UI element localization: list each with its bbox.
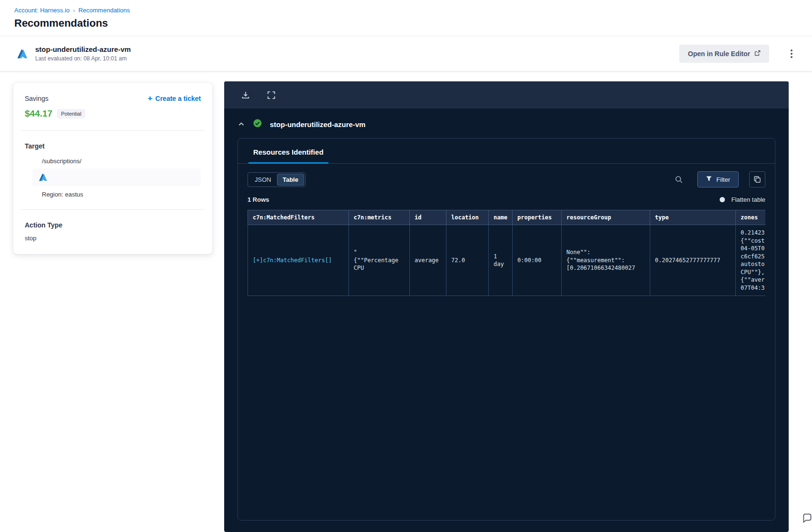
divider <box>21 209 205 210</box>
panel-toolbar <box>224 81 789 108</box>
column-header-resource-group: resourceGroup <box>562 210 650 225</box>
savings-label: Savings <box>25 95 49 102</box>
column-header-properties: properties <box>513 210 562 225</box>
column-header-metrics: c7n:metrics <box>349 210 410 225</box>
panel-recommendation-title: stop-underutilized-azure-vm <box>270 120 366 128</box>
filter-label: Filter <box>716 176 730 183</box>
target-resource-row <box>32 168 201 186</box>
resources-table: c7n:MatchedFilters c7n:metrics id locati… <box>248 210 765 296</box>
funnel-icon <box>706 176 712 183</box>
last-evaluated-text: Last evaluated on: 08 Apr, 10:01 am <box>35 55 131 62</box>
table-header-row: c7n:MatchedFilters c7n:metrics id locati… <box>248 210 766 225</box>
recommendation-details-panel: stop-underutilized-azure-vm Resources Id… <box>224 81 789 532</box>
resource-header: stop-underutilized-azure-vm Last evaluat… <box>0 36 812 71</box>
breadcrumb: Account: Harness.io › Recommendations <box>14 7 798 14</box>
page-title: Recommendations <box>14 17 798 36</box>
savings-card: Savings + Create a ticket $44.17 Potenti… <box>13 83 212 254</box>
breadcrumb-separator-icon: › <box>73 7 75 14</box>
table-controls: JSON Table Filter <box>238 164 775 187</box>
target-subscription-path: /subscriptions/ <box>42 158 201 165</box>
azure-icon <box>38 172 48 182</box>
region-text: Region: eastus <box>42 191 201 198</box>
flatten-table-control: Flatten table <box>720 196 765 203</box>
savings-amount: $44.17 <box>25 108 52 119</box>
cell-name: 1 day <box>489 225 513 296</box>
cell-type: 0.20274652777777777 <box>650 225 736 296</box>
fullscreen-icon[interactable] <box>266 90 277 100</box>
target-label: Target <box>25 142 201 150</box>
view-toggle-table[interactable]: Table <box>277 174 304 186</box>
column-header-zones: zones <box>736 210 766 225</box>
cell-zones: 0.21423 {""cost 04-05T0 c6cf625 autosto … <box>736 225 766 296</box>
cell-location: 72.0 <box>446 225 489 296</box>
rows-count: 1 Rows <box>248 196 269 203</box>
resources-panel: Resources Identified JSON Table Filter <box>238 138 775 521</box>
flatten-table-label: Flatten table <box>731 196 765 203</box>
potential-badge: Potential <box>57 109 85 118</box>
more-options-menu-button[interactable] <box>783 46 800 62</box>
breadcrumb-current-link[interactable]: Recommendations <box>79 7 130 14</box>
open-rule-editor-button[interactable]: Open in Rule Editor <box>679 45 769 63</box>
flatten-toggle[interactable] <box>720 197 725 202</box>
cell-id: average <box>410 225 446 296</box>
chat-help-icon[interactable] <box>801 512 812 526</box>
create-ticket-label: Create a ticket <box>155 95 201 102</box>
create-ticket-button[interactable]: + Create a ticket <box>148 94 201 102</box>
column-header-name: name <box>489 210 513 225</box>
table-row: [+]c7n:MatchedFilters[] " {""Percentage … <box>248 225 766 296</box>
panel-heading: stop-underutilized-azure-vm <box>224 108 789 129</box>
kebab-dot-icon <box>791 49 792 51</box>
action-type-label: Action Type <box>25 221 201 229</box>
view-toggle-json[interactable]: JSON <box>249 174 277 186</box>
divider <box>21 130 205 131</box>
cell-matched-filters-expand[interactable]: [+]c7n:MatchedFilters[] <box>248 225 349 296</box>
success-check-icon <box>253 119 262 129</box>
external-link-icon <box>754 50 761 58</box>
recommendation-title: stop-underutilized-azure-vm <box>35 45 131 53</box>
cell-properties: 0:00:00 <box>513 225 562 296</box>
kebab-dot-icon <box>791 56 792 58</box>
cell-resource-group: None"": {""measurement"": [0.20671066342… <box>562 225 650 296</box>
plus-icon: + <box>148 94 152 102</box>
collapse-chevron-up-icon[interactable] <box>238 120 245 128</box>
filter-button[interactable]: Filter <box>697 171 739 187</box>
savings-header-row: Savings + Create a ticket <box>25 94 201 102</box>
resources-table-wrap: c7n:MatchedFilters c7n:metrics id locati… <box>248 210 765 296</box>
breadcrumb-account-link[interactable]: Account: Harness.io <box>14 7 69 14</box>
column-header-location: location <box>446 210 489 225</box>
column-header-id: id <box>410 210 446 225</box>
top-navigation: Account: Harness.io › Recommendations Re… <box>0 0 812 36</box>
open-rule-editor-label: Open in Rule Editor <box>688 50 750 58</box>
action-type-value: stop <box>25 235 201 242</box>
resource-header-text: stop-underutilized-azure-vm Last evaluat… <box>35 45 131 62</box>
kebab-dot-icon <box>791 53 792 55</box>
column-header-type: type <box>650 210 736 225</box>
view-toggle: JSON Table <box>248 172 306 187</box>
tab-resources-identified[interactable]: Resources Identified <box>248 138 328 163</box>
rows-summary-row: 1 Rows Flatten table <box>238 187 775 210</box>
copy-icon[interactable] <box>749 171 765 187</box>
savings-amount-row: $44.17 Potential <box>25 108 201 119</box>
cell-metrics: " {""Percentage CPU <box>349 225 410 296</box>
search-icon[interactable] <box>671 171 687 187</box>
azure-icon <box>16 48 29 60</box>
tab-bar: Resources Identified <box>238 138 775 164</box>
column-header-matched-filters: c7n:MatchedFilters <box>248 210 349 225</box>
download-icon[interactable] <box>240 90 251 100</box>
